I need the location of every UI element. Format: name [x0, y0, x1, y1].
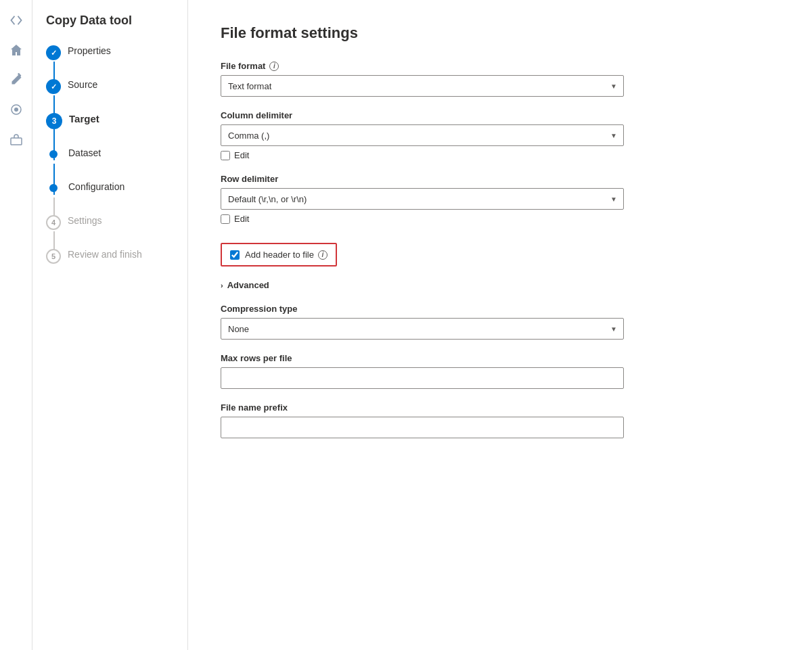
app-title: Copy Data tool [32, 14, 187, 44]
svg-point-1 [14, 108, 18, 112]
file-format-group: File format i Text format JSON format Av… [221, 61, 780, 97]
add-header-group: Add header to file i [221, 237, 780, 266]
edit-pencil-icon[interactable] [4, 68, 28, 92]
add-header-label[interactable]: Add header to file i [245, 250, 328, 260]
step-configuration[interactable]: Configuration [46, 180, 187, 214]
add-header-info-icon[interactable]: i [318, 250, 328, 260]
file-name-prefix-input[interactable] [221, 417, 624, 438]
compression-type-label: Compression type [221, 304, 780, 314]
advanced-toggle[interactable]: › Advanced [221, 280, 780, 290]
step-circle-configuration [49, 184, 58, 192]
max-rows-label: Max rows per file [221, 353, 780, 363]
column-delimiter-group: Column delimiter Comma (,) Tab (\t) Semi… [221, 110, 780, 160]
step-dataset[interactable]: Dataset [46, 146, 187, 180]
home-icon[interactable] [4, 38, 28, 62]
file-format-select[interactable]: Text format JSON format Avro format ORC … [221, 75, 624, 97]
toolbox-icon[interactable] [4, 127, 28, 152]
step-label-target: Target [69, 112, 99, 146]
step-circle-properties: ✓ [46, 45, 61, 60]
file-format-info-icon[interactable]: i [269, 62, 279, 71]
column-delimiter-edit-row: Edit [221, 150, 780, 160]
step-settings[interactable]: 4 Settings [46, 214, 187, 248]
row-delimiter-edit-row: Edit [221, 214, 780, 224]
compression-type-group: Compression type None bzip2 gzip deflate… [221, 304, 780, 340]
svg-rect-2 [11, 138, 22, 145]
row-delimiter-edit-checkbox-wrapper[interactable]: Edit [221, 214, 249, 224]
row-delimiter-select[interactable]: Default (\r,\n, or \r\n) Carriage Return… [221, 188, 624, 210]
step-label-source: Source [68, 78, 97, 112]
step-circle-source: ✓ [46, 79, 61, 94]
sidebar: Copy Data tool ✓ Properties ✓ Source 3 T… [32, 0, 188, 650]
step-circle-dataset [49, 150, 58, 158]
collapse-icon[interactable] [4, 8, 28, 32]
step-label-dataset: Dataset [64, 146, 101, 180]
row-delimiter-select-wrapper: Default (\r,\n, or \r\n) Carriage Return… [221, 188, 624, 210]
row-delimiter-group: Row delimiter Default (\r,\n, or \r\n) C… [221, 174, 780, 224]
max-rows-group: Max rows per file [221, 353, 780, 389]
step-list: ✓ Properties ✓ Source 3 Target [32, 44, 187, 281]
file-format-select-wrapper: Text format JSON format Avro format ORC … [221, 75, 624, 97]
row-delimiter-label: Row delimiter [221, 174, 780, 184]
step-label-configuration: Configuration [64, 180, 125, 214]
advanced-label: Advanced [227, 280, 269, 290]
main-content: File format settings File format i Text … [188, 0, 812, 650]
step-source[interactable]: ✓ Source [46, 78, 187, 112]
monitor-icon[interactable] [4, 97, 28, 122]
step-target[interactable]: 3 Target [46, 112, 187, 146]
column-delimiter-edit-checkbox-wrapper[interactable]: Edit [221, 150, 249, 160]
advanced-chevron-icon: › [221, 281, 223, 289]
step-circle-target: 3 [46, 113, 62, 129]
step-review[interactable]: 5 Review and finish [46, 248, 187, 281]
step-label-settings: Settings [68, 214, 102, 248]
file-name-prefix-group: File name prefix [221, 402, 780, 438]
file-format-label: File format i [221, 61, 780, 71]
compression-type-select[interactable]: None bzip2 gzip deflate ZipDeflate snapp… [221, 318, 624, 340]
step-circle-review: 5 [46, 249, 61, 264]
step-label-properties: Properties [68, 44, 111, 78]
step-circle-settings: 4 [46, 215, 61, 230]
column-delimiter-select-wrapper: Comma (,) Tab (\t) Semicolon (;) Pipe (|… [221, 124, 624, 146]
step-properties[interactable]: ✓ Properties [46, 44, 187, 78]
icon-rail [0, 0, 32, 650]
compression-type-select-wrapper: None bzip2 gzip deflate ZipDeflate snapp… [221, 318, 624, 340]
step-label-review: Review and finish [68, 248, 142, 281]
row-delimiter-edit-checkbox[interactable] [221, 214, 230, 224]
column-delimiter-label: Column delimiter [221, 110, 780, 120]
add-header-box: Add header to file i [221, 243, 337, 266]
add-header-checkbox[interactable] [230, 250, 240, 260]
column-delimiter-edit-checkbox[interactable] [221, 151, 230, 160]
page-title: File format settings [221, 24, 780, 42]
file-name-prefix-label: File name prefix [221, 402, 780, 413]
column-delimiter-select[interactable]: Comma (,) Tab (\t) Semicolon (;) Pipe (|… [221, 124, 624, 146]
max-rows-input[interactable] [221, 367, 624, 389]
